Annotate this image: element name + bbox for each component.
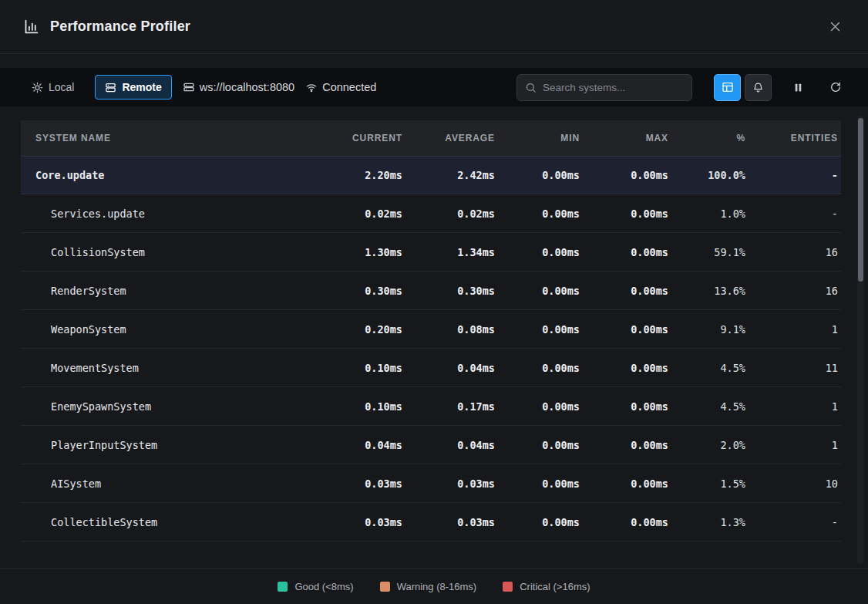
cell-average: 0.03ms [405,516,498,528]
cell-percent: 1.5% [671,477,749,490]
cell-average: 0.17ms [405,400,498,413]
legend-label-critical: Critical (>16ms) [520,581,590,592]
pause-button[interactable] [789,77,808,98]
cell-percent: 4.5% [671,400,749,413]
legend-label-warning: Warning (8-16ms) [397,581,477,592]
cell-system-name: RenderSystem [21,285,317,297]
cell-percent: 13.6% [671,285,749,297]
alerts-button[interactable] [745,74,772,101]
cell-min: 0.00ms [498,208,583,220]
cell-percent: 9.1% [671,323,749,336]
cell-max: 0.00ms [583,477,671,490]
cell-system-name: EnemySpawnSystem [21,400,317,413]
cell-current: 0.04ms [317,439,405,451]
warning-swatch-icon [380,582,390,592]
cell-max: 0.00ms [583,208,671,220]
cell-current: 1.30ms [317,246,405,258]
cell-average: 0.03ms [405,477,498,490]
gear-icon [32,82,43,93]
bar-chart-icon [23,19,39,35]
table-header-row: SYSTEM NAME CURRENT AVERAGE MIN MAX % EN… [21,120,841,156]
profiler-window: Performance Profiler Local [0,0,868,604]
column-header-entities[interactable]: ENTITIES [749,133,841,143]
table-row[interactable]: CollisionSystem 1.30ms 1.34ms 0.00ms 0.0… [21,233,841,272]
cell-entities: 16 [749,246,841,258]
cell-current: 0.03ms [317,477,405,490]
cell-entities: 1 [749,439,841,451]
search-input[interactable] [543,82,684,93]
table-row[interactable]: AISystem 0.03ms 0.03ms 0.00ms 0.00ms 1.5… [21,464,841,503]
column-header-system-name[interactable]: SYSTEM NAME [21,133,317,143]
cell-min: 0.00ms [498,516,583,528]
cell-percent: 2.0% [671,439,749,451]
toolbar: Local Remote ws://localhost:8080 [0,68,868,106]
table-row[interactable]: CollectibleSystem 0.03ms 0.03ms 0.00ms 0… [21,503,841,542]
column-header-current[interactable]: CURRENT [317,133,405,143]
cell-system-name: CollisionSystem [21,246,317,258]
local-button[interactable]: Local [22,75,84,100]
cell-max: 0.00ms [583,439,671,451]
cell-average: 1.34ms [405,246,498,258]
remote-button[interactable]: Remote [95,75,171,100]
table-row[interactable]: Core.update 2.20ms 2.42ms 0.00ms 0.00ms … [21,156,841,194]
connection-status-text: Connected [322,81,376,93]
cell-average: 0.04ms [405,439,498,451]
cell-average: 0.04ms [405,362,498,374]
cell-min: 0.00ms [498,169,583,181]
cell-max: 0.00ms [583,285,671,297]
cell-system-name: Services.update [21,208,317,220]
cell-system-name: AISystem [21,477,317,490]
connection-status: Connected [305,81,376,93]
legend-item-good: Good (<8ms) [278,581,353,592]
cell-average: 0.30ms [405,285,498,297]
cell-system-name: PlayerInputSystem [21,439,317,451]
critical-swatch-icon [503,582,513,592]
websocket-url: ws://localhost:8080 [183,81,294,93]
column-header-max[interactable]: MAX [583,133,671,143]
table-view-button[interactable] [714,74,741,101]
scrollbar-thumb[interactable] [858,118,863,282]
cell-percent: 1.0% [671,208,749,220]
cell-max: 0.00ms [583,362,671,374]
search-box [516,74,692,101]
cell-percent: 59.1% [671,246,749,258]
cell-current: 0.10ms [317,400,405,413]
cell-min: 0.00ms [498,400,583,413]
table-row[interactable]: Services.update 0.02ms 0.02ms 0.00ms 0.0… [21,194,841,233]
table-row[interactable]: RenderSystem 0.30ms 0.30ms 0.00ms 0.00ms… [21,272,841,310]
close-icon[interactable] [826,17,845,36]
column-header-average[interactable]: AVERAGE [405,133,498,143]
cell-entities: - [749,516,841,528]
table-row[interactable]: MovementSystem 0.10ms 0.04ms 0.00ms 0.00… [21,349,841,387]
cell-system-name: WeaponSystem [21,323,317,336]
title-bar: Performance Profiler [0,0,868,54]
column-header-percent[interactable]: % [671,133,749,143]
cell-max: 0.00ms [583,323,671,336]
cell-max: 0.00ms [583,516,671,528]
legend-label-good: Good (<8ms) [294,581,353,592]
refresh-button[interactable] [825,76,846,98]
table-row[interactable]: PlayerInputSystem 0.04ms 0.04ms 0.00ms 0… [21,426,841,464]
legend-bar: Good (<8ms) Warning (8-16ms) Critical (>… [0,569,868,604]
legend-item-critical: Critical (>16ms) [503,581,590,592]
cell-max: 0.00ms [583,400,671,413]
table-row[interactable]: EnemySpawnSystem 0.10ms 0.17ms 0.00ms 0.… [21,387,841,426]
cell-entities: 10 [749,477,841,490]
cell-min: 0.00ms [498,439,583,451]
host-icon [183,81,195,93]
cell-max: 0.00ms [583,246,671,258]
table-row[interactable]: WeaponSystem 0.20ms 0.08ms 0.00ms 0.00ms… [21,310,841,349]
cell-system-name: MovementSystem [21,362,317,374]
column-header-min[interactable]: MIN [498,133,583,143]
websocket-url-text: ws://localhost:8080 [200,81,294,93]
cell-current: 0.30ms [317,285,405,297]
cell-entities: 11 [749,362,841,374]
cell-system-name: CollectibleSystem [21,516,317,528]
table-icon [722,81,734,93]
cell-min: 0.00ms [498,285,583,297]
cell-percent: 100.0% [671,169,749,181]
scrollbar-track[interactable] [857,116,864,564]
cell-average: 0.08ms [405,323,498,336]
cell-system-name: Core.update [21,169,317,181]
cell-percent: 4.5% [671,362,749,374]
